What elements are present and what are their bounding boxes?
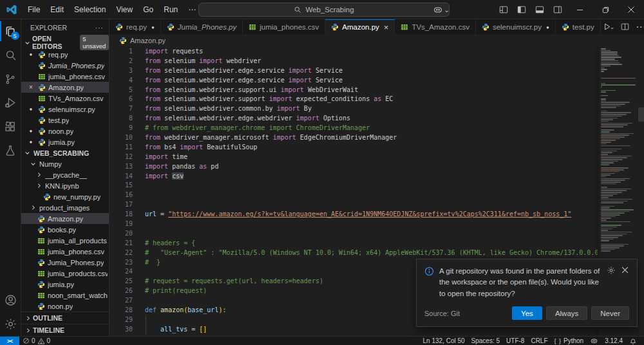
tree-item-knn-ipynb[interactable]: KNN.ipynb <box>21 180 109 191</box>
activity-testing-button[interactable] <box>0 138 21 162</box>
tree-item-jumia-py[interactable]: jumia.py <box>21 279 109 290</box>
tab-label: TVs_Amazon.csv <box>412 23 469 31</box>
tree-item-amazon-py[interactable]: Amazon.py <box>21 213 109 224</box>
eol[interactable]: CRLF <box>527 337 551 344</box>
restore-button[interactable] <box>592 0 618 19</box>
tree-item-noon-smart-watch-csv[interactable]: noon_smart_watch.csv <box>21 290 109 301</box>
language-mode[interactable]: { }Python <box>551 337 587 344</box>
activity-extensions-button[interactable] <box>0 115 21 138</box>
open-editor-jumia-py[interactable]: ●jumia.py <box>21 136 109 147</box>
code-line-11: 11from bs4 import BeautifulSoup <box>109 143 598 153</box>
csv-file-icon <box>249 23 256 31</box>
tab-test-py[interactable]: test.py <box>556 19 601 34</box>
tree-item-numpy[interactable]: Numpy <box>21 158 109 169</box>
tab-jumia-phones-csv[interactable]: jumia_phones.csv <box>243 19 325 34</box>
menu-file[interactable]: File <box>23 0 45 19</box>
notification-settings-gear-icon[interactable] <box>607 266 616 300</box>
activity-source-control-button[interactable] <box>0 67 21 91</box>
menu-view[interactable]: View <box>111 0 138 19</box>
menu-go[interactable]: Go <box>138 0 158 19</box>
open-editor-amazon-py[interactable]: ×Amazon.py <box>21 82 109 93</box>
tree-item-noon-py[interactable]: noon.py <box>21 301 109 312</box>
run-python-file-button[interactable]: ⌄ <box>601 23 617 31</box>
editor-more-actions-button[interactable]: ··· <box>634 21 644 33</box>
tree-item-pycache[interactable]: __pycache__ <box>21 169 109 180</box>
open-editor-jumia-phones-csv[interactable]: jumia_phones.csv <box>21 71 109 82</box>
tab-tvs-amazon-csv[interactable]: TVs_Amazon.csv <box>395 19 475 34</box>
toggle-secondary-sidebar-button[interactable] <box>549 0 567 19</box>
activity-explorer-button[interactable]: 5 <box>0 19 21 43</box>
open-editor-tvs-amazon-csv[interactable]: TVs_Amazon.csv <box>21 93 109 104</box>
open-editor-test-py[interactable]: test.py <box>21 115 109 126</box>
notification-close-icon[interactable] <box>621 266 629 300</box>
line-number: 25 <box>109 277 133 286</box>
menu-run[interactable]: Run <box>158 0 183 19</box>
cursor-position[interactable]: Ln 132, Col 50 <box>420 337 468 344</box>
menu-edit[interactable]: Edit <box>45 0 69 19</box>
section-outline[interactable]: OUTLINE <box>21 312 109 324</box>
breadcrumb[interactable]: Amazon.py <box>109 34 644 46</box>
chevron-right-icon <box>24 315 32 321</box>
folder-label: __pycache__ <box>45 171 87 179</box>
minimize-button[interactable] <box>567 0 592 19</box>
modified-dot-icon[interactable]: ● <box>26 51 35 57</box>
open-editor-noon-py[interactable]: ●noon.py <box>21 126 109 136</box>
folder-label: WEB_SCRABING <box>33 149 89 157</box>
tab-selenuimscr-py[interactable]: selenuimscr.py● <box>476 19 556 34</box>
activity-search-button[interactable] <box>0 43 21 67</box>
problems-indicator[interactable]: 0 0 <box>19 337 53 345</box>
run-dropdown-chevron-icon[interactable]: ⌄ <box>610 24 615 30</box>
close-icon[interactable]: × <box>26 84 35 91</box>
menu-selection[interactable]: Selection <box>69 0 111 19</box>
tree-item-product-images[interactable]: product_images <box>21 202 109 213</box>
tree-item-jumia-all-products-csv[interactable]: jumia_all_products.csv <box>21 235 109 246</box>
open-editors-header[interactable]: OPEN EDITORS 5 unsaved <box>21 36 109 49</box>
activity-account-button[interactable] <box>0 288 21 312</box>
python-file-icon <box>38 138 46 146</box>
split-editor-button[interactable] <box>619 23 631 31</box>
never-button[interactable]: Never <box>591 306 629 320</box>
toggle-panel-button[interactable] <box>531 0 549 19</box>
always-button[interactable]: Always <box>546 306 587 320</box>
activity-settings-button[interactable] <box>0 312 21 336</box>
tree-item-jumia-products-csv[interactable]: jumia_products.csv <box>21 268 109 279</box>
tree-item-new-numpy-py[interactable]: new_numpy.py <box>21 191 109 202</box>
command-center-search[interactable]: Web_Scrabing <box>198 3 450 17</box>
open-editor-jumia-phones-py[interactable]: Jumia_Phones.py <box>21 60 109 71</box>
tree-item-web-scrabing[interactable]: WEB_SCRABING <box>21 147 109 158</box>
section-timeline[interactable]: TIMELINE <box>21 324 109 336</box>
notifications-bell[interactable] <box>626 337 640 345</box>
code-line-20: 20 <box>109 229 598 239</box>
customize-layout-button[interactable] <box>495 0 513 19</box>
activity-run-debug-button[interactable] <box>0 91 21 115</box>
toggle-primary-sidebar-button[interactable] <box>513 0 531 19</box>
file-label: Amazon.py <box>48 215 83 223</box>
tab-amazon-py[interactable]: Amazon.py× <box>325 19 395 34</box>
python-interpreter[interactable]: 3.12.4 <box>601 337 626 344</box>
file-label: jumia_all_products.csv <box>48 237 108 245</box>
remote-indicator[interactable]: >< <box>0 337 19 345</box>
copilot-status[interactable] <box>587 337 601 345</box>
tree-item-books-py[interactable]: books.py <box>21 224 109 235</box>
open-editor-selenuimscr-py[interactable]: ●selenuimscr.py <box>21 104 109 115</box>
scrollbar-thumb[interactable] <box>638 107 644 122</box>
yes-button[interactable]: Yes <box>512 306 542 320</box>
tree-item-jumia-phones-py[interactable]: Jumia_Phones.py <box>21 257 109 268</box>
explorer-more-actions-button[interactable]: ··· <box>95 24 104 32</box>
modified-dot-icon[interactable]: ● <box>26 106 35 112</box>
file-tree: WEB_SCRABINGNumpy__pycache__KNN.ipynbnew… <box>21 147 109 312</box>
tree-item-jumia-phones-csv[interactable]: jumia_phones.csv <box>21 246 109 257</box>
indentation[interactable]: Spaces: 5 <box>468 337 503 344</box>
modified-dot-icon[interactable]: ● <box>26 139 35 145</box>
tab-req-py[interactable]: req.py● <box>109 19 161 34</box>
line-number: 30 <box>109 325 133 335</box>
tab-close-icon[interactable]: × <box>384 23 389 32</box>
modified-dot-icon[interactable]: ● <box>26 128 35 134</box>
chevron-right-icon <box>24 328 32 333</box>
open-editor-req-py[interactable]: ●req.py <box>21 49 109 60</box>
line-number: 14 <box>109 172 133 182</box>
tab-jumia-phones-py[interactable]: Jumia_Phones.py <box>161 19 243 34</box>
copilot-menu-button[interactable]: ⌄ <box>433 5 450 15</box>
close-window-button[interactable] <box>618 0 644 19</box>
encoding[interactable]: UTF-8 <box>503 337 527 344</box>
